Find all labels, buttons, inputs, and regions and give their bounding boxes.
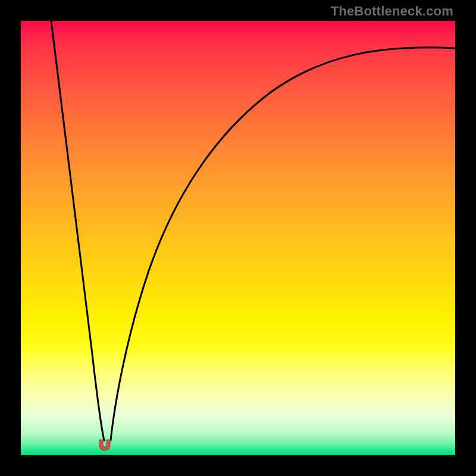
curve-overlay xyxy=(21,21,455,455)
optimum-marker xyxy=(98,439,112,452)
u-shape-icon xyxy=(98,439,112,452)
curve-left-branch xyxy=(51,21,104,440)
attribution-text: TheBottleneck.com xyxy=(331,4,453,19)
curve-right-branch xyxy=(111,48,455,440)
plot-area xyxy=(21,21,455,455)
chart-frame: TheBottleneck.com xyxy=(0,0,476,476)
